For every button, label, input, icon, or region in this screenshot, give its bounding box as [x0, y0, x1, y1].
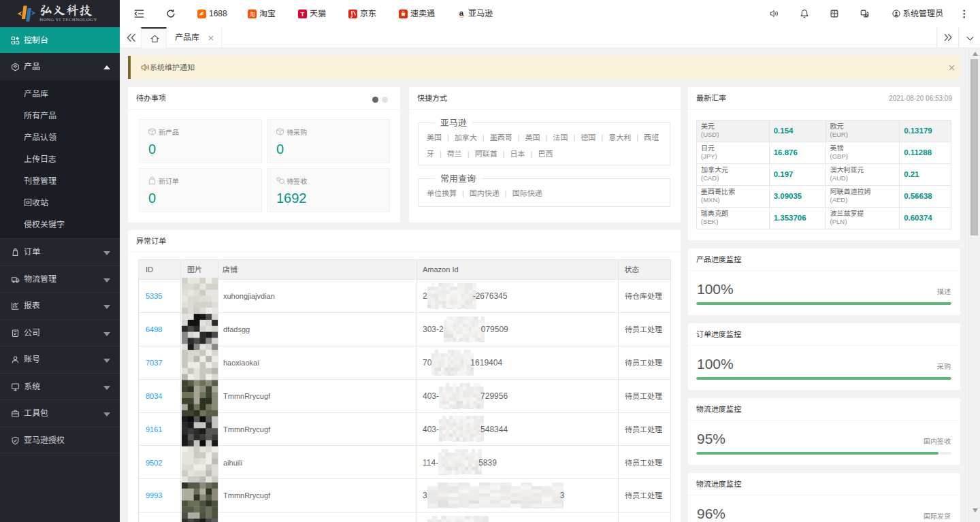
svg-text:a: a — [459, 9, 464, 17]
svg-text:T: T — [301, 11, 305, 18]
svg-text:淘: 淘 — [249, 10, 255, 18]
